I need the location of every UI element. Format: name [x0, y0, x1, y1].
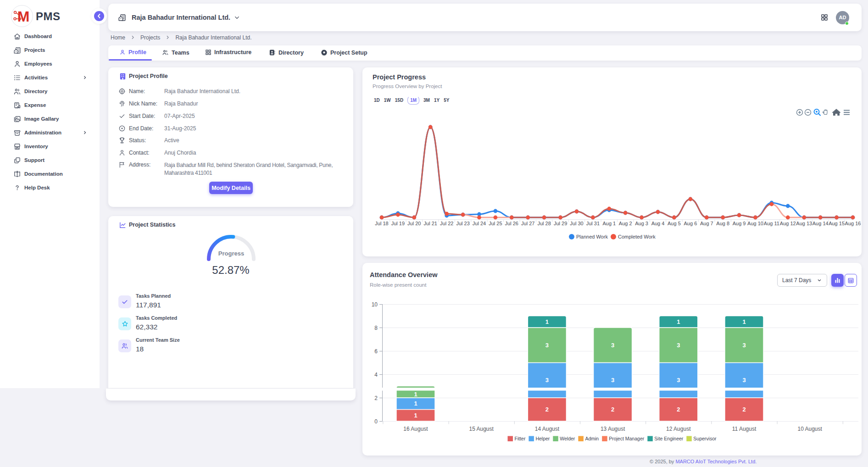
svg-text:15 August: 15 August	[469, 426, 494, 432]
svg-text:Aug 11: Aug 11	[764, 221, 779, 226]
svg-text:14 August: 14 August	[535, 426, 560, 432]
svg-text:Aug 14: Aug 14	[812, 221, 829, 226]
svg-text:Jul 22: Jul 22	[440, 221, 453, 226]
svg-text:3: 3	[677, 342, 680, 349]
svg-text:8: 8	[374, 325, 378, 331]
svg-text:Welder: Welder	[560, 436, 575, 441]
svg-text:Aug 1: Aug 1	[602, 221, 616, 226]
svg-text:1: 1	[414, 391, 417, 398]
svg-text:1: 1	[742, 318, 746, 325]
svg-text:Planned Work: Planned Work	[576, 234, 608, 239]
svg-text:13 August: 13 August	[601, 426, 625, 432]
svg-text:Aug 15: Aug 15	[829, 221, 845, 226]
svg-text:Jul 28: Jul 28	[537, 221, 551, 226]
svg-text:12 August: 12 August	[666, 426, 691, 432]
svg-text:Progress: Progress	[218, 250, 244, 257]
svg-text:10 August: 10 August	[798, 426, 823, 432]
svg-text:Site Engineer: Site Engineer	[654, 436, 684, 441]
svg-text:Aug 6: Aug 6	[684, 221, 697, 226]
svg-text:Jul 25: Jul 25	[489, 221, 502, 226]
svg-text:2: 2	[374, 395, 378, 401]
svg-text:6: 6	[374, 348, 378, 355]
svg-text:2: 2	[545, 406, 549, 413]
svg-text:1: 1	[677, 318, 680, 325]
svg-text:Jul 20: Jul 20	[407, 221, 421, 226]
svg-text:Jul 29: Jul 29	[554, 221, 567, 226]
svg-text:Aug 13: Aug 13	[796, 221, 812, 226]
svg-text:1: 1	[414, 412, 417, 419]
svg-text:3: 3	[742, 342, 746, 349]
svg-text:3: 3	[611, 342, 614, 349]
svg-text:Jul 24: Jul 24	[473, 221, 486, 226]
svg-text:3: 3	[545, 342, 549, 349]
svg-text:Aug 10: Aug 10	[747, 221, 763, 226]
svg-text:Aug 16: Aug 16	[845, 221, 861, 226]
svg-text:2: 2	[742, 406, 746, 413]
svg-text:Jul 21: Jul 21	[424, 221, 437, 226]
svg-text:Jul 19: Jul 19	[391, 221, 405, 226]
svg-text:Aug 12: Aug 12	[780, 221, 796, 226]
svg-text:Jul 31: Jul 31	[586, 221, 600, 226]
svg-text:Aug 4: Aug 4	[651, 221, 665, 226]
svg-text:Admin: Admin	[585, 436, 599, 441]
svg-text:Aug 8: Aug 8	[716, 221, 729, 226]
svg-text:Project Manager: Project Manager	[609, 436, 645, 441]
svg-text:Fitter: Fitter	[515, 436, 526, 441]
svg-text:Aug 3: Aug 3	[635, 221, 648, 226]
svg-text:3: 3	[545, 377, 549, 384]
svg-text:3: 3	[677, 377, 680, 384]
svg-text:4: 4	[374, 372, 378, 378]
svg-text:Aug 2: Aug 2	[619, 221, 632, 226]
svg-text:3: 3	[742, 377, 746, 384]
svg-text:16 August: 16 August	[403, 426, 428, 432]
svg-text:3: 3	[611, 377, 614, 384]
svg-text:0: 0	[374, 418, 378, 425]
svg-text:Helper: Helper	[535, 436, 550, 441]
svg-text:2: 2	[677, 406, 680, 413]
svg-text:Aug 5: Aug 5	[668, 221, 681, 226]
svg-text:Aug 9: Aug 9	[733, 221, 746, 226]
svg-text:M: M	[17, 8, 30, 25]
svg-text:Jul 27: Jul 27	[521, 221, 534, 226]
svg-text:Jul 23: Jul 23	[456, 221, 469, 226]
svg-text:2: 2	[611, 406, 614, 413]
svg-text:Completed Work: Completed Work	[618, 234, 656, 239]
svg-text:Aug 7: Aug 7	[700, 221, 713, 226]
svg-text:Jul 18: Jul 18	[375, 221, 388, 226]
svg-text:11 August: 11 August	[732, 426, 757, 432]
svg-text:Supervisor: Supervisor	[693, 436, 717, 441]
svg-text:Jul 30: Jul 30	[570, 221, 583, 226]
svg-text:1: 1	[545, 318, 549, 325]
svg-text:Jul 26: Jul 26	[505, 221, 518, 226]
svg-text:1: 1	[414, 400, 417, 407]
svg-text:10: 10	[372, 301, 378, 308]
